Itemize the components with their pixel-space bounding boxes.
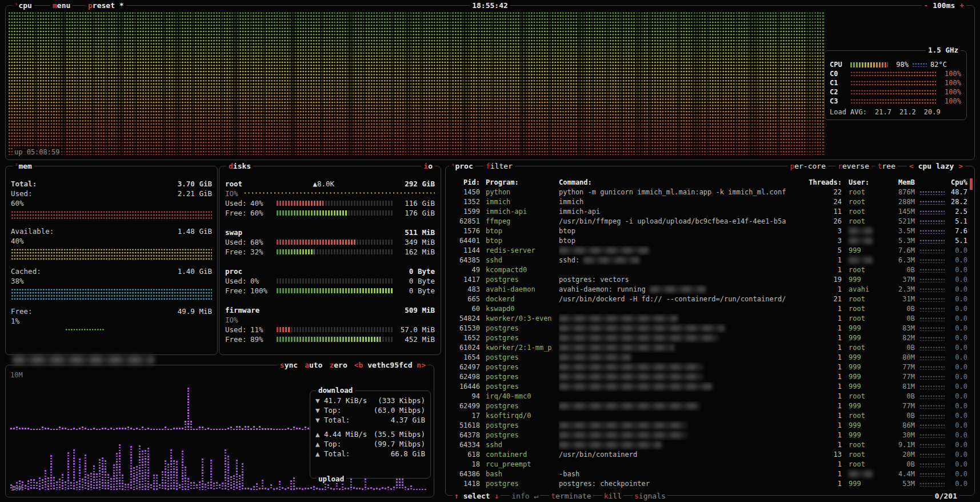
process-row[interactable]: 64401btopbtop35.3M5.1	[450, 236, 970, 246]
per-core-toggle[interactable]: per-core	[790, 161, 826, 171]
process-row[interactable]: 62499postgres199977M0.0	[450, 401, 970, 411]
col-threads[interactable]: Threads:	[789, 178, 842, 188]
process-program: python	[486, 188, 559, 197]
net-graph-bar	[127, 427, 129, 430]
reverse-toggle[interactable]: reverse	[838, 161, 869, 171]
process-row[interactable]: 18rcu_preempt1root0B0.0	[450, 460, 970, 469]
sort-next-button[interactable]: >	[958, 162, 963, 170]
arrow-down-icon[interactable]: ↓	[494, 492, 499, 500]
process-row[interactable]: 64334sshd1root9.1M0.0	[450, 440, 970, 450]
net-stat-left: ▼ Total:	[315, 415, 350, 425]
core-usage-graph	[850, 71, 936, 77]
net-graph-bar	[305, 488, 306, 490]
preset-button[interactable]: preset *	[88, 1, 124, 10]
process-cpu-graph	[919, 404, 945, 409]
process-row[interactable]: 17ksoftirqd/01root0B0.0	[450, 411, 970, 421]
net-graph-bar	[356, 488, 358, 490]
process-row[interactable]: 1652postgres199982M0.0	[450, 333, 970, 343]
disk-io-activity	[242, 266, 409, 276]
arrow-up-icon[interactable]: ↑	[454, 492, 459, 500]
process-cpu-graph	[919, 249, 945, 253]
process-row[interactable]: 483avahi-daemonavahi-daemon: running 1av…	[450, 285, 970, 294]
selection-position: 0/201	[933, 492, 959, 500]
process-cpu-graph	[919, 307, 945, 312]
tree-toggle[interactable]: tree	[878, 161, 895, 171]
terminate-button[interactable]: terminate	[551, 492, 591, 500]
process-program: dockerd	[486, 294, 559, 304]
disk-free-meter	[277, 249, 394, 254]
process-row[interactable]: 1352immichimmich24root288M28.2	[450, 197, 970, 207]
process-row[interactable]: 665dockerd/usr/bin/dockerd -H fd:// --co…	[450, 294, 970, 304]
process-row[interactable]: 1144redis-server59997.6M0.0	[450, 246, 970, 256]
net-graph-bar	[59, 479, 61, 490]
load-avg-value: 21.7	[875, 108, 891, 116]
col-program[interactable]: Program:	[486, 178, 559, 188]
process-row[interactable]: 618containerd/usr/bin/containerd13root20…	[450, 450, 970, 460]
filter-button[interactable]: filter	[486, 161, 513, 171]
iface-prev-button[interactable]: <b	[354, 361, 363, 369]
col-cpu[interactable]: Cpu%	[945, 178, 967, 188]
process-row[interactable]: 49kcompactd01root0B0.0	[450, 265, 970, 275]
proc-panel: ⁴proc filter per-core reverse tree < cpu…	[445, 166, 975, 496]
process-row[interactable]: 64385sshdsshd: 16.3M0.0	[450, 256, 970, 265]
signals-button[interactable]: signals	[634, 492, 666, 500]
net-auto-button[interactable]: auto	[305, 360, 322, 370]
net-sync-button[interactable]: sync	[280, 360, 298, 370]
process-pid: 64385	[450, 256, 480, 265]
net-graph-bar	[327, 484, 329, 490]
process-row[interactable]: 61024kworker/2:1-mm_p1root0B0.0	[450, 343, 970, 353]
process-row[interactable]: 1576btopbtop33.5M7.6	[450, 226, 970, 236]
process-row[interactable]: 54824kworker/0:3-even1root0B0.0	[450, 314, 970, 324]
kill-button[interactable]: kill	[604, 492, 622, 500]
net-stat-row: ▲ 4.44 MiB/s(35.5 Mibps)	[315, 429, 425, 439]
process-row[interactable]: 62498postgres199977M0.0	[450, 372, 970, 382]
process-row[interactable]: 64386bash-bash14.4M0.0	[450, 469, 970, 479]
process-threads: 3	[789, 226, 842, 236]
net-zero-button[interactable]: zero	[329, 360, 347, 370]
iface-next-button[interactable]: n>	[417, 361, 426, 369]
process-row[interactable]: 64378postgres199930M0.0	[450, 431, 970, 440]
net-graph-bar	[216, 429, 218, 430]
net-graph-bar	[359, 488, 361, 490]
menu-button[interactable]: menu	[53, 1, 70, 10]
process-row[interactable]: 1450pythonpython -m gunicorn immich_ml.m…	[450, 188, 970, 197]
net-graph-bar	[76, 481, 78, 490]
interval-decrease-button[interactable]: -	[924, 1, 929, 10]
col-user[interactable]: User:	[849, 178, 893, 188]
process-program: postgres	[486, 421, 559, 431]
process-row[interactable]: 61530postgres199983M0.0	[450, 324, 970, 333]
proc-scrollbar[interactable]	[970, 178, 973, 190]
net-stat-left: ▲ Total:	[315, 449, 350, 459]
process-row[interactable]: 51618postgres199986M0.0	[450, 421, 970, 431]
process-row[interactable]: 94irq/40-mmc01root0B0.0	[450, 392, 970, 401]
net-graph-bar	[173, 428, 175, 430]
net-graph-bar	[256, 483, 258, 490]
disk-free-label: Free:	[225, 248, 250, 256]
sort-prev-button[interactable]: <	[909, 162, 914, 170]
process-row[interactable]: 1417postgrespostgres: vectors1999937M0.0	[450, 275, 970, 285]
process-command: btop	[559, 226, 789, 236]
process-cpu-percent: 0.0	[945, 294, 967, 304]
info-button[interactable]: info ↵	[510, 492, 540, 500]
net-graph-bar	[287, 428, 289, 430]
process-row[interactable]: 62851ffmpeg/usr/bin/ffmpeg -i upload/upl…	[450, 217, 970, 226]
select-control[interactable]: ↑ select ↓	[453, 492, 501, 500]
net-graph-bar	[10, 428, 12, 430]
iface-name: vethc95fcd	[367, 361, 412, 369]
col-memb[interactable]: MemB	[893, 178, 915, 188]
process-cpu-graph	[919, 200, 945, 205]
interval-increase-button[interactable]: +	[959, 1, 964, 10]
net-stat-left: ▲ 4.44 MiB/s	[315, 429, 367, 439]
process-row[interactable]: 1418postgrespostgres: checkpointer199953…	[450, 479, 970, 489]
per-core-wrap: per-core	[787, 161, 828, 171]
process-row[interactable]: 1599immich-apiimmich-api11root145M2.5	[450, 207, 970, 217]
col-command[interactable]: Command:	[559, 178, 789, 188]
disk-used-percent: 68%	[250, 238, 271, 246]
process-row[interactable]: 16446postgres199981M0.0	[450, 382, 970, 392]
process-row[interactable]: 60kswapd01root0B0.0	[450, 304, 970, 314]
process-row[interactable]: 62497postgres199977M0.0	[450, 362, 970, 372]
process-program: containerd	[486, 450, 559, 460]
net-graph-bar	[107, 429, 109, 430]
process-row[interactable]: 1654postgres199980M0.0	[450, 353, 970, 362]
col-pid[interactable]: Pid:	[450, 178, 480, 188]
